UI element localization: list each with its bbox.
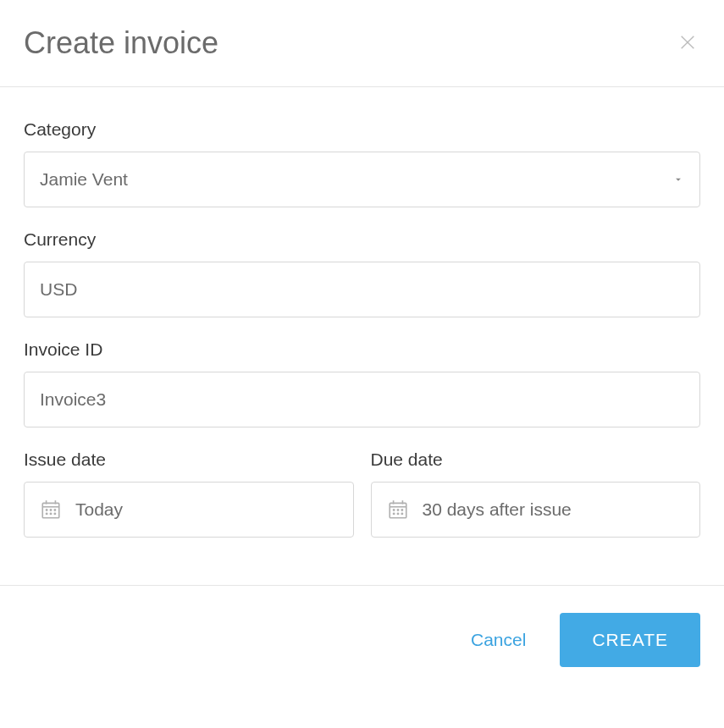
svg-point-21 [401,513,402,514]
modal-header: Create invoice [0,0,724,87]
calendar-icon [40,499,62,521]
due-date-label: Due date [371,449,701,470]
currency-label: Currency [24,229,700,250]
svg-point-8 [54,510,55,510]
modal-body: Category Jamie Vent Currency Invoice ID [0,87,724,585]
svg-point-17 [397,510,398,510]
close-icon [678,33,697,54]
svg-point-6 [46,510,47,510]
svg-point-10 [50,513,51,514]
category-value: Jamie Vent [40,169,128,190]
create-button[interactable]: CREATE [560,613,700,667]
due-date-picker[interactable]: 30 days after issue [371,482,701,538]
svg-point-19 [393,513,394,514]
date-row: Issue date [24,449,700,560]
issue-date-value: Today [75,499,123,520]
close-button[interactable] [675,30,700,58]
category-label: Category [24,119,700,140]
issue-date-group: Issue date [24,449,354,538]
issue-date-picker[interactable]: Today [24,482,354,538]
invoice-id-label: Invoice ID [24,339,700,360]
invoice-id-group: Invoice ID [24,339,700,427]
modal-footer: Cancel CREATE [0,585,724,667]
svg-point-9 [46,513,47,514]
modal-title: Create invoice [24,25,218,61]
chevron-down-icon [672,169,684,190]
cancel-button[interactable]: Cancel [471,630,526,650]
svg-point-20 [397,513,398,514]
issue-date-label: Issue date [24,449,354,470]
svg-point-11 [54,513,55,514]
svg-point-16 [393,510,394,510]
due-date-value: 30 days after issue [423,499,572,520]
currency-group: Currency [24,229,700,317]
create-invoice-modal: Create invoice Category Jamie Vent [0,0,724,667]
currency-input[interactable] [24,262,700,317]
category-select[interactable]: Jamie Vent [24,152,700,207]
due-date-group: Due date [371,449,701,560]
calendar-icon [387,499,409,521]
svg-point-18 [401,510,402,510]
invoice-id-input[interactable] [24,372,700,427]
svg-point-7 [50,510,51,510]
category-group: Category Jamie Vent [24,119,700,207]
